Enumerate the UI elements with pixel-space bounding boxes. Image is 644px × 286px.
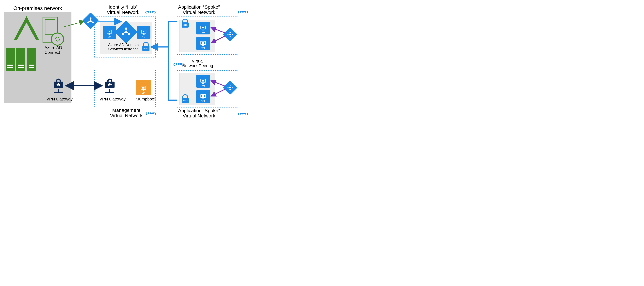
vm-icon: VM <box>196 37 210 50</box>
nsg-lock-icon: NSG <box>181 19 189 28</box>
vm-label: VM <box>202 31 205 34</box>
svg-point-17 <box>229 34 231 35</box>
vm-label: VM <box>202 84 205 87</box>
architecture-diagram: On-premises network Azure AD Connect VPN… <box>1 1 248 121</box>
nsg-label: NSG <box>182 22 189 27</box>
vnet-peering-label: Virtual Network Peering <box>182 59 213 68</box>
vm-label: VM <box>108 35 111 38</box>
spoke1-vnet-title: Application “Spoke” Virtual Network <box>178 4 220 15</box>
vm-icon: VM <box>137 26 150 39</box>
vnet-peering-icon: ‹•••› <box>238 110 248 117</box>
svg-point-9 <box>128 33 130 35</box>
adconnect-label: Azure AD Connect <box>44 45 62 55</box>
mgmt-vnet-title: Management Virtual Network <box>110 108 142 118</box>
vm-label: VM <box>142 35 146 38</box>
svg-point-2 <box>90 20 91 21</box>
sync-icon <box>51 32 64 46</box>
vm-icon: VM <box>196 90 210 103</box>
azure-ad-icon <box>84 15 96 27</box>
onprem-title: On-premises network <box>13 5 62 11</box>
spoke2-vnet-title: Application “Spoke” Virtual Network <box>178 108 220 118</box>
vm-icon: VM <box>196 75 210 88</box>
vpn-gateway-label: VPN Gateway <box>46 97 72 102</box>
svg-rect-11 <box>141 30 146 33</box>
server-icon <box>27 48 36 71</box>
vm-icon: VM <box>196 22 210 34</box>
server-icon <box>6 48 14 71</box>
vm-icon: VM <box>102 26 116 39</box>
svg-point-5 <box>92 22 94 23</box>
svg-rect-10 <box>107 30 112 33</box>
svg-point-3 <box>90 18 91 19</box>
load-balancer-icon <box>225 29 235 40</box>
jumpbox-label: “Jumpbox” <box>136 97 156 102</box>
aadds-label: Azure AD Domain Services Instance <box>108 43 139 51</box>
nsg-lock-icon: NSG <box>142 42 150 51</box>
nsg-label: NSG <box>182 98 189 103</box>
vnet-peering-icon: ‹•••› <box>238 8 248 15</box>
onprem-ad-triangle-icon <box>14 16 39 40</box>
vm-label: VM <box>202 47 205 49</box>
svg-point-18 <box>229 87 231 88</box>
vm-label: VM <box>142 92 145 94</box>
hub-vnet-title: Identity “Hub” Virtual Network <box>107 4 139 15</box>
jumpbox-vm-icon: VM <box>136 80 151 95</box>
vm-label: VM <box>202 100 205 102</box>
server-icon <box>16 48 25 71</box>
onprem-servers-icon <box>6 48 37 72</box>
load-balancer-icon <box>225 83 235 93</box>
vpn-gateway-icon <box>52 75 65 93</box>
vnet-peering-icon: ‹•••› <box>145 8 156 15</box>
vnet-peering-icon: ‹•••› <box>145 110 156 117</box>
svg-point-7 <box>125 28 127 29</box>
azure-ad-icon <box>118 24 134 40</box>
svg-point-4 <box>88 22 89 23</box>
svg-point-8 <box>122 33 124 35</box>
nsg-lock-icon: NSG <box>181 94 189 103</box>
nsg-label: NSG <box>142 46 150 51</box>
